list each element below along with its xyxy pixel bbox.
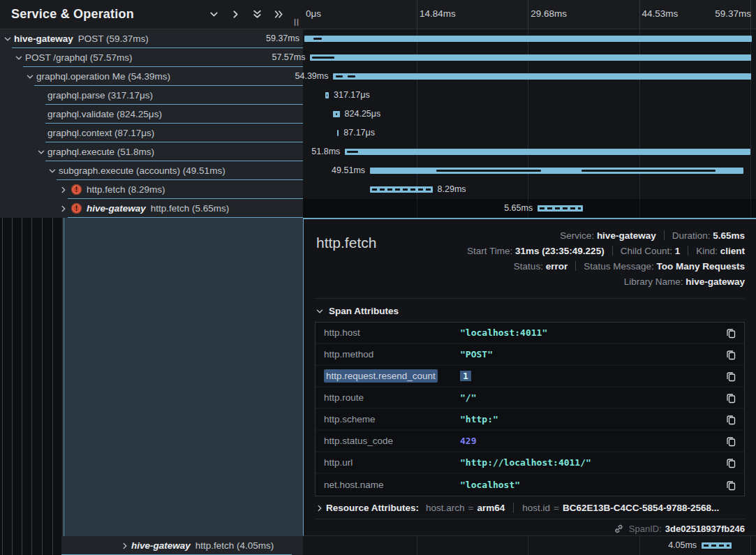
gridline bbox=[528, 0, 528, 29]
resource-attributes-row[interactable]: Resource Attributes: host.arch=arm64host… bbox=[315, 503, 745, 513]
span-operation-label: POST (59.37ms) bbox=[78, 34, 149, 44]
chevrons-down-icon[interactable] bbox=[251, 8, 263, 20]
timeline-row: 87.17μs bbox=[303, 124, 756, 142]
chevron-right-icon[interactable] bbox=[120, 541, 130, 551]
indent-guide bbox=[52, 536, 53, 555]
timeline-bar[interactable] bbox=[370, 186, 433, 193]
pane-resize-handle[interactable]: || bbox=[294, 17, 299, 26]
tree-row[interactable]: !hive-gatewayhttp.fetch (5.65ms) bbox=[0, 199, 303, 218]
meta-line: Service: hive-gatewayDuration: 5.65ms bbox=[376, 228, 745, 244]
span-operation-label: graphql.context (87.17μs) bbox=[47, 128, 154, 138]
attribute-key-text: http.scheme bbox=[324, 414, 376, 424]
link-icon[interactable] bbox=[614, 524, 624, 534]
tree-row[interactable]: subgraph.execute (accounts) (49.51ms) bbox=[0, 161, 303, 180]
tree-row[interactable]: !http.fetch (8.29ms) bbox=[0, 180, 303, 199]
resource-key: host.arch bbox=[426, 503, 465, 513]
timeline-bar[interactable] bbox=[345, 149, 750, 155]
copy-icon[interactable] bbox=[723, 325, 739, 341]
copy-icon[interactable] bbox=[723, 478, 739, 493]
span-tree: hive-gatewayPOST (59.37ms)POST /graphql … bbox=[0, 29, 303, 218]
copy-icon[interactable] bbox=[723, 412, 739, 427]
chevron-right-icon[interactable] bbox=[230, 8, 242, 20]
span-operation-label: POST /graphql (57.57ms) bbox=[25, 52, 133, 63]
chevron-down-icon[interactable] bbox=[208, 8, 220, 20]
indent-spacer bbox=[36, 128, 46, 138]
meta-label: Library Name: bbox=[624, 276, 686, 287]
gridline bbox=[750, 536, 751, 555]
timeline-bar[interactable] bbox=[310, 54, 750, 61]
duration-label: 824.25μs bbox=[345, 105, 381, 124]
row-separator bbox=[68, 217, 303, 218]
row-separator bbox=[57, 179, 303, 180]
gridline bbox=[639, 536, 640, 555]
tree-row[interactable]: graphql.execute (51.8ms) bbox=[0, 142, 303, 161]
span-service-name: hive-gateway bbox=[87, 203, 146, 214]
tree-indent-area-bottom bbox=[0, 536, 61, 555]
gridline bbox=[417, 536, 417, 555]
selected-span-subtree-block[interactable] bbox=[64, 218, 303, 536]
attribute-row: http.url"http://localhost:4011/" bbox=[316, 452, 744, 474]
timeline-row: 51.8ms bbox=[303, 142, 756, 161]
tree-row[interactable]: graphql.operation Me (54.39ms) bbox=[0, 67, 303, 86]
timeline-bar[interactable] bbox=[702, 542, 732, 549]
chevron-down-icon[interactable] bbox=[14, 53, 24, 63]
attribute-value-text: "http://localhost:4011/" bbox=[460, 457, 591, 468]
tree-row[interactable]: hive-gatewayPOST (59.37ms) bbox=[0, 29, 303, 48]
chevron-down-icon[interactable] bbox=[36, 147, 46, 157]
timeline-bar[interactable] bbox=[333, 73, 750, 80]
error-icon: ! bbox=[71, 203, 82, 214]
ruler-tick: 59.37ms bbox=[715, 8, 751, 19]
copy-icon[interactable] bbox=[723, 455, 739, 471]
chevron-down-icon[interactable] bbox=[3, 34, 13, 44]
tree-row[interactable]: graphql.parse (317.17μs) bbox=[0, 86, 303, 105]
span-operation-label: graphql.operation Me (54.39ms) bbox=[36, 71, 170, 82]
span-service-name: hive-gateway bbox=[14, 34, 73, 44]
indent-guide bbox=[52, 218, 53, 536]
span-meta: Service: hive-gatewayDuration: 5.65msSta… bbox=[376, 228, 745, 290]
chevron-down-icon[interactable] bbox=[47, 166, 57, 176]
duration-label: 51.8ms bbox=[311, 142, 340, 161]
span-title: http.fetch bbox=[316, 235, 376, 290]
timeline-bar[interactable] bbox=[337, 130, 339, 136]
row-separator bbox=[45, 123, 303, 124]
chevron-right-icon[interactable] bbox=[59, 185, 68, 195]
meta-value: Too Many Requests bbox=[656, 261, 745, 272]
meta-label: Kind: bbox=[696, 246, 720, 256]
span-detail-panel: http.fetch Service: hive-gatewayDuration… bbox=[303, 218, 756, 536]
attribute-key: net.host.name bbox=[324, 480, 460, 490]
duration-label: 49.51ms bbox=[332, 161, 365, 180]
chevron-down-icon[interactable] bbox=[25, 72, 35, 82]
bar-dash bbox=[347, 151, 358, 153]
tree-row[interactable]: graphql.validate (824.25μs) bbox=[0, 105, 303, 124]
bar-dash bbox=[336, 113, 337, 115]
timeline-bar[interactable] bbox=[538, 205, 583, 212]
meta-value: 1 bbox=[675, 246, 681, 256]
resource-attributes-title: Resource Attributes: bbox=[326, 503, 419, 513]
copy-icon[interactable] bbox=[723, 390, 739, 406]
chevron-down-icon bbox=[315, 306, 325, 316]
duration-label: 4.05ms bbox=[668, 536, 697, 555]
copy-icon[interactable] bbox=[723, 434, 739, 449]
tree-row[interactable]: graphql.context (87.17μs) bbox=[0, 124, 303, 142]
timeline-bar[interactable] bbox=[304, 36, 752, 42]
row-separator bbox=[45, 161, 303, 161]
row-separator bbox=[23, 66, 303, 67]
tree-row[interactable]: POST /graphql (57.57ms) bbox=[0, 48, 303, 67]
copy-icon[interactable] bbox=[723, 369, 739, 384]
gridline bbox=[417, 0, 417, 29]
tree-row[interactable]: hive-gatewayhttp.fetch (4.05ms) bbox=[61, 536, 303, 555]
divider bbox=[315, 298, 745, 299]
meta-value: hive-gateway bbox=[685, 276, 745, 287]
bar-dash bbox=[581, 170, 715, 172]
chevrons-right-icon[interactable] bbox=[273, 8, 285, 20]
attribute-value: "/" bbox=[460, 392, 723, 403]
span-attributes-header[interactable]: Span Attributes bbox=[315, 306, 745, 316]
attribute-key-text: http.request.resend_count bbox=[324, 369, 438, 383]
gridline bbox=[639, 0, 640, 29]
span-operation-label: graphql.validate (824.25μs) bbox=[47, 109, 162, 119]
divider bbox=[513, 503, 514, 513]
tree-pane-header: Service & Operation bbox=[0, 0, 303, 29]
chevron-right-icon[interactable] bbox=[59, 204, 68, 214]
meta-value: error bbox=[546, 261, 568, 272]
copy-icon[interactable] bbox=[723, 347, 739, 362]
